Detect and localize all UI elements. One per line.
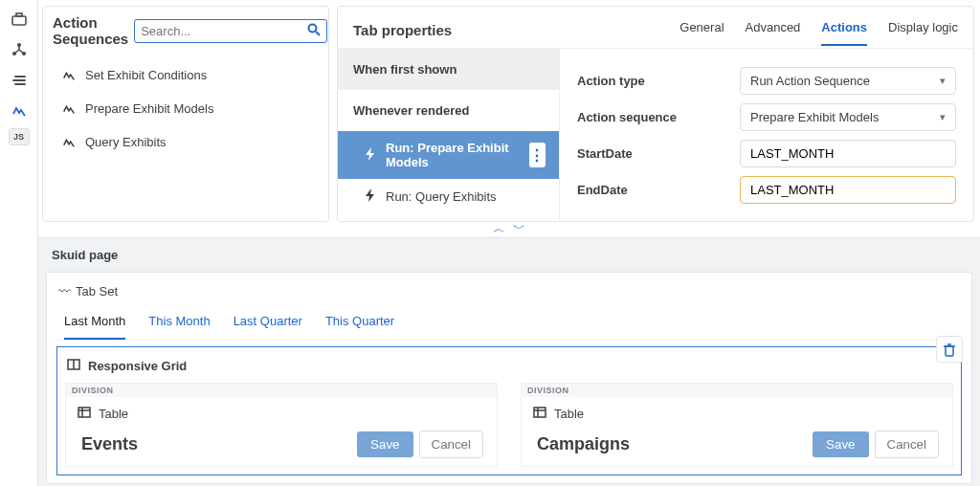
start-date-label: StartDate: [577, 146, 740, 161]
action-sequence-label: Action sequence: [577, 110, 740, 124]
search-icon[interactable]: [307, 23, 321, 39]
end-date-input[interactable]: [740, 176, 956, 204]
campaigns-title: Campaigns: [537, 434, 813, 454]
columns-icon: [67, 359, 80, 373]
tab-actions[interactable]: Actions: [821, 14, 867, 46]
action-sequences-title: Action Sequences: [53, 14, 128, 47]
division-label: DIVISION: [522, 384, 952, 397]
svg-line-9: [316, 32, 320, 35]
svg-rect-10: [946, 346, 953, 356]
run-query-exhibits[interactable]: Run: Query Exhibits: [338, 179, 559, 214]
rail-js-icon[interactable]: JS: [9, 128, 30, 145]
when-first-shown[interactable]: When first shown: [338, 49, 559, 90]
responsive-grid[interactable]: Responsive Grid DIVISION Table: [56, 346, 962, 475]
sequence-item-label: Query Exhibits: [85, 135, 167, 149]
run-item-label: Run: Prepare Exhibit Models: [386, 141, 520, 169]
tab-display-logic[interactable]: Display logic: [888, 14, 958, 46]
responsive-grid-label: Responsive Grid: [88, 359, 187, 373]
start-date-input[interactable]: [740, 140, 956, 167]
bolt-icon: [365, 188, 376, 205]
tab-last-quarter[interactable]: Last Quarter: [234, 306, 302, 340]
tab-general[interactable]: General: [679, 14, 724, 46]
rail-actions-icon[interactable]: [6, 98, 33, 124]
chevron-down-icon: ▾: [940, 111, 946, 123]
tab-properties-panel: Tab properties General Advanced Actions …: [337, 6, 974, 222]
action-type-value: Run Action Sequence: [750, 74, 870, 88]
table-label: Table: [554, 407, 584, 421]
sequence-item[interactable]: Prepare Exhibit Models: [43, 92, 328, 125]
run-prepare-exhibit-models[interactable]: Run: Prepare Exhibit Models ⋮: [338, 131, 559, 179]
rail-components-icon[interactable]: [6, 6, 33, 33]
page-canvas: 〰 Tab Set Last Month This Month Last Qua…: [46, 272, 972, 484]
division[interactable]: DIVISION Table Events Save Cancel: [65, 383, 498, 467]
kebab-icon[interactable]: ⋮: [529, 143, 546, 167]
tab-last-month[interactable]: Last Month: [64, 306, 125, 340]
search-input[interactable]: [141, 24, 301, 38]
run-item-label: Run: Query Exhibits: [386, 189, 497, 204]
tab-this-month[interactable]: This Month: [148, 306, 210, 340]
rail-list-icon[interactable]: [6, 67, 33, 94]
whenever-rendered[interactable]: Whenever rendered: [338, 90, 559, 131]
division[interactable]: DIVISION Table Campaigns Save Cancel: [521, 383, 953, 467]
sequence-item[interactable]: Query Exhibits: [43, 125, 328, 159]
table-icon: [533, 407, 546, 421]
save-button[interactable]: Save: [813, 431, 868, 457]
svg-rect-15: [78, 408, 90, 417]
skuid-page-label: Skuid page: [38, 238, 980, 272]
svg-rect-1: [16, 13, 22, 16]
division-label: DIVISION: [66, 384, 497, 397]
table-label: Table: [99, 407, 128, 421]
action-type-select[interactable]: Run Action Sequence ▾: [740, 67, 956, 95]
tab-this-quarter[interactable]: This Quarter: [325, 306, 394, 340]
tab-properties-title: Tab properties: [353, 22, 679, 38]
tabset-icon: 〰: [58, 284, 68, 298]
search-box[interactable]: [134, 19, 327, 43]
svg-point-2: [17, 44, 20, 47]
chevron-down-icon: ▾: [940, 75, 946, 87]
bolt-icon: [365, 147, 376, 164]
cancel-button[interactable]: Cancel: [419, 431, 484, 458]
action-sequence-select[interactable]: Prepare Exhibit Models ▾: [740, 103, 956, 131]
svg-rect-18: [534, 408, 546, 417]
action-sequences-panel: Action Sequences + Set Exhibit Condition…: [42, 6, 329, 222]
events-title: Events: [81, 434, 357, 454]
sequence-item-label: Prepare Exhibit Models: [85, 101, 213, 116]
end-date-label: EndDate: [577, 183, 740, 197]
sequence-item[interactable]: Set Exhibit Conditions: [43, 58, 328, 92]
trash-icon[interactable]: [936, 336, 963, 363]
rail-models-icon[interactable]: [6, 36, 33, 63]
tab-advanced[interactable]: Advanced: [746, 14, 801, 46]
cancel-button[interactable]: Cancel: [875, 431, 940, 458]
sequence-item-label: Set Exhibit Conditions: [85, 68, 207, 82]
collapse-arrows[interactable]: ︿ ﹀: [38, 220, 980, 237]
svg-rect-0: [12, 16, 26, 25]
left-rail: JS: [0, 0, 38, 486]
table-icon: [78, 407, 91, 421]
tabset-label: Tab Set: [76, 284, 118, 298]
action-sequence-value: Prepare Exhibit Models: [750, 110, 879, 124]
svg-point-8: [309, 24, 317, 32]
action-type-label: Action type: [577, 74, 740, 88]
save-button[interactable]: Save: [357, 431, 412, 457]
